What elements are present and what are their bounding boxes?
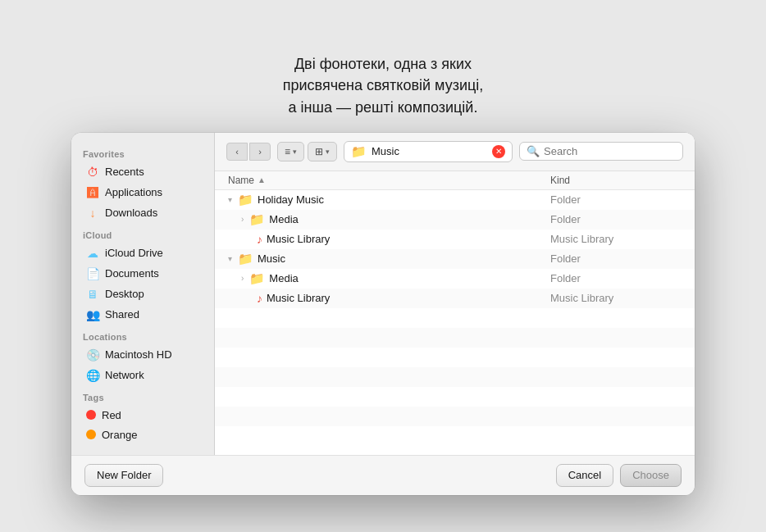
- list-view-chevron: ▾: [293, 148, 297, 156]
- chevron-down-icon: ▾: [228, 254, 232, 263]
- network-icon: 🌐: [86, 369, 99, 382]
- sidebar-item-shared-label: Shared: [105, 308, 139, 321]
- folder-icon: 📁: [238, 193, 253, 207]
- row-name-media-2: › 📁 Media: [241, 271, 550, 286]
- sidebar-item-network-label: Network: [105, 369, 144, 381]
- view-controls: ≡ ▾ ⊞ ▾: [277, 142, 337, 161]
- back-button[interactable]: ‹: [226, 143, 248, 161]
- dialog: Favorites ⏱ Recents 🅰 Applications ↓ Dow…: [71, 133, 695, 495]
- list-view-icon: ≡: [285, 146, 290, 157]
- table-row[interactable]: ♪ Music Library Music Library: [215, 289, 695, 308]
- table-row[interactable]: › 📁 Media Folder: [215, 210, 695, 230]
- sidebar-item-tag-red[interactable]: Red: [75, 406, 211, 425]
- sidebar-item-macintosh-hd[interactable]: 💿 Macintosh HD: [75, 345, 211, 365]
- music-library-icon: ♪: [257, 292, 262, 305]
- grid-view-button[interactable]: ⊞ ▾: [308, 142, 337, 161]
- sort-arrow: ▲: [258, 175, 266, 184]
- desktop-icon: 🖥: [86, 288, 99, 301]
- tags-section-label: Tags: [71, 386, 214, 405]
- sidebar: Favorites ⏱ Recents 🅰 Applications ↓ Dow…: [71, 133, 215, 455]
- search-bar[interactable]: 🔍: [519, 142, 683, 161]
- dialog-body: Favorites ⏱ Recents 🅰 Applications ↓ Dow…: [71, 133, 695, 455]
- search-icon: 🔍: [527, 145, 540, 157]
- folder-icon: 📁: [249, 212, 265, 227]
- grid-view-chevron: ▾: [326, 148, 330, 156]
- music-library-icon: ♪: [257, 233, 262, 246]
- table-row[interactable]: ▾ 📁 Music Folder: [215, 249, 695, 269]
- row-name-media-1: › 📁 Media: [241, 212, 550, 227]
- annotation: Дві фонотеки, одна з яких присвячена свя…: [283, 53, 484, 117]
- table-row-empty: [215, 328, 695, 348]
- row-name-music-lib-1: ♪ Music Library: [241, 233, 550, 246]
- chevron-down-icon: ▾: [228, 195, 232, 204]
- sidebar-item-desktop[interactable]: 🖥 Desktop: [75, 284, 211, 304]
- table-row[interactable]: › 📁 Media Folder: [215, 269, 695, 289]
- sidebar-item-icloud-label: iCloud Drive: [105, 247, 163, 259]
- forward-button[interactable]: ›: [249, 143, 271, 161]
- row-kind: Folder: [550, 252, 682, 265]
- sidebar-item-tag-red-label: Red: [102, 409, 121, 421]
- row-name-music-lib-2: ♪ Music Library: [241, 292, 550, 305]
- table-row-empty: [215, 407, 695, 426]
- main-content: ‹ › ≡ ▾ ⊞ ▾ 📁: [215, 133, 695, 455]
- favorites-section-label: Favorites: [71, 143, 214, 161]
- sidebar-item-recents-label: Recents: [105, 166, 144, 178]
- grid-view-icon: ⊞: [315, 146, 323, 157]
- downloads-icon: ↓: [86, 207, 99, 220]
- sidebar-item-desktop-label: Desktop: [105, 288, 144, 300]
- choose-button[interactable]: Choose: [620, 464, 682, 487]
- table-row[interactable]: ♪ Music Library Music Library: [215, 230, 695, 249]
- icloud-icon: ☁: [86, 247, 99, 260]
- footer: New Folder Cancel Choose: [71, 455, 695, 495]
- row-name-music: ▾ 📁 Music: [228, 252, 550, 266]
- table-row-empty: [215, 367, 695, 387]
- location-bar[interactable]: 📁 Music ✕: [344, 141, 513, 162]
- sidebar-item-applications[interactable]: 🅰 Applications: [75, 183, 211, 202]
- sidebar-item-tag-orange[interactable]: Orange: [75, 425, 211, 444]
- row-kind: Folder: [550, 213, 682, 225]
- red-tag-dot: [86, 410, 96, 420]
- list-view-button[interactable]: ≡ ▾: [277, 142, 304, 161]
- row-kind: Music Library: [550, 233, 682, 245]
- sidebar-item-documents[interactable]: 📄 Documents: [75, 264, 211, 284]
- locations-section-label: Locations: [71, 325, 214, 344]
- sidebar-item-documents-label: Documents: [105, 267, 159, 280]
- row-name-holiday-music: ▾ 📁 Holiday Music: [228, 193, 550, 207]
- orange-tag-dot: [86, 430, 96, 439]
- sidebar-item-applications-label: Applications: [105, 186, 162, 198]
- sidebar-item-icloud-drive[interactable]: ☁ iCloud Drive: [75, 243, 211, 263]
- table-row-empty: [215, 387, 695, 407]
- sidebar-item-downloads[interactable]: ↓ Downloads: [75, 203, 211, 223]
- table-row-empty: [215, 348, 695, 367]
- shared-icon: 👥: [86, 308, 99, 321]
- location-clear-button[interactable]: ✕: [492, 145, 505, 158]
- icloud-section-label: iCloud: [71, 224, 214, 243]
- cancel-button[interactable]: Cancel: [556, 464, 613, 487]
- chevron-right-icon: ›: [241, 215, 244, 224]
- row-kind: Music Library: [550, 292, 682, 304]
- folder-icon: 📁: [249, 271, 265, 286]
- nav-buttons: ‹ ›: [226, 143, 271, 161]
- table-row[interactable]: ▾ 📁 Holiday Music Folder: [215, 190, 695, 210]
- search-input[interactable]: [544, 145, 676, 157]
- col-name-header[interactable]: Name ▲: [228, 175, 550, 186]
- outer-wrapper: Дві фонотеки, одна з яких присвячена свя…: [0, 0, 766, 532]
- file-list: Name ▲ Kind ▾ 📁 Holiday Music Folder: [215, 171, 695, 455]
- folder-icon: 📁: [238, 252, 253, 266]
- new-folder-button[interactable]: New Folder: [84, 464, 163, 487]
- location-folder-icon: 📁: [351, 144, 367, 159]
- documents-icon: 📄: [86, 267, 99, 280]
- sidebar-item-recents[interactable]: ⏱ Recents: [75, 162, 211, 182]
- sidebar-item-network[interactable]: 🌐 Network: [75, 366, 211, 385]
- sidebar-item-shared[interactable]: 👥 Shared: [75, 305, 211, 325]
- row-kind: Folder: [550, 272, 682, 284]
- col-kind-header[interactable]: Kind: [550, 175, 682, 186]
- location-text: Music: [372, 145, 487, 157]
- recents-icon: ⏱: [86, 166, 99, 179]
- applications-icon: 🅰: [86, 186, 99, 199]
- file-list-header: Name ▲ Kind: [215, 171, 695, 190]
- row-kind: Folder: [550, 193, 682, 206]
- sidebar-item-macintosh-hd-label: Macintosh HD: [105, 348, 172, 361]
- sidebar-item-downloads-label: Downloads: [105, 207, 157, 219]
- chevron-right-icon: ›: [241, 274, 244, 283]
